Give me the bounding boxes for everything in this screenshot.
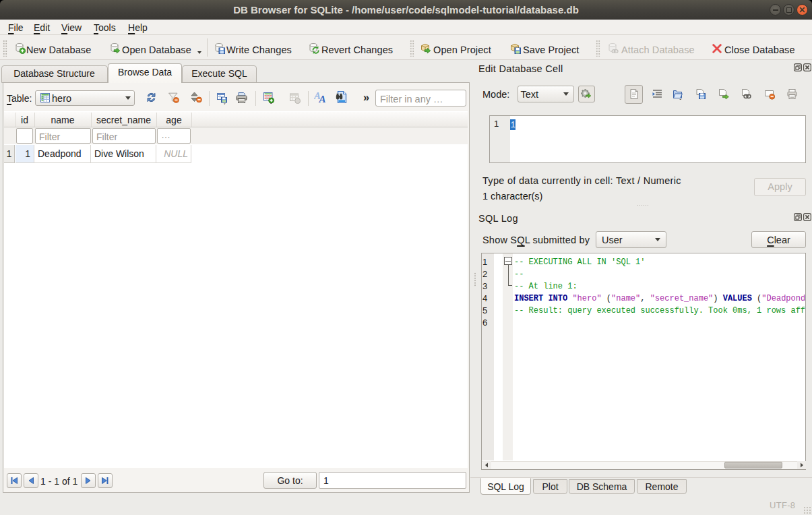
svg-text:A: A — [319, 94, 326, 104]
